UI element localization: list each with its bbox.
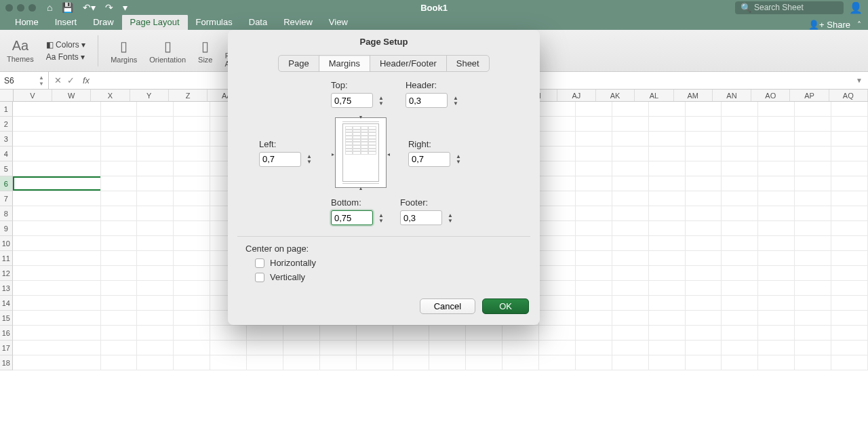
cell[interactable] xyxy=(576,355,612,370)
row-header[interactable]: 16 xyxy=(0,326,13,341)
cell[interactable] xyxy=(795,191,831,206)
cell[interactable] xyxy=(649,176,686,191)
home-icon[interactable]: ⌂ xyxy=(47,2,52,13)
cell[interactable] xyxy=(576,236,612,251)
cell[interactable] xyxy=(174,206,210,221)
cell[interactable] xyxy=(795,132,831,147)
footer-margin-input[interactable] xyxy=(400,210,442,225)
cell[interactable] xyxy=(722,251,758,266)
cell[interactable] xyxy=(612,147,649,161)
cancel-formula-icon[interactable]: ✕ xyxy=(54,75,62,85)
zoom-window-icon[interactable] xyxy=(28,4,36,12)
cell[interactable] xyxy=(576,161,612,176)
tab-home[interactable]: Home xyxy=(7,14,47,30)
cell[interactable] xyxy=(13,176,101,191)
cell[interactable] xyxy=(758,221,795,236)
cell[interactable] xyxy=(539,132,576,147)
cell[interactable] xyxy=(174,132,210,147)
column-header[interactable]: AM xyxy=(674,90,713,101)
cell[interactable] xyxy=(576,147,612,161)
cell[interactable] xyxy=(722,102,758,117)
cell[interactable] xyxy=(758,311,795,326)
cell[interactable] xyxy=(831,281,868,296)
header-margin-input[interactable] xyxy=(406,93,448,108)
cell[interactable] xyxy=(686,147,722,161)
cell[interactable] xyxy=(13,206,101,221)
row-header[interactable]: 3 xyxy=(0,132,13,147)
spin-up-icon[interactable]: ▲ xyxy=(452,96,460,100)
top-margin-input[interactable] xyxy=(331,93,373,108)
cell[interactable] xyxy=(612,341,649,355)
cell[interactable] xyxy=(576,251,612,266)
cell[interactable] xyxy=(576,281,612,296)
cell[interactable] xyxy=(174,147,210,161)
row-header[interactable]: 17 xyxy=(0,341,13,355)
cell[interactable] xyxy=(320,326,357,341)
row-header[interactable]: 7 xyxy=(0,191,13,206)
cell[interactable] xyxy=(539,117,576,132)
cell[interactable] xyxy=(795,311,831,326)
cell[interactable] xyxy=(649,117,686,132)
cell[interactable] xyxy=(722,161,758,176)
tab-page-layout[interactable]: Page Layout xyxy=(122,14,188,30)
cell[interactable] xyxy=(210,326,247,341)
cell[interactable] xyxy=(612,311,649,326)
right-margin-spinner[interactable]: ▲▼ xyxy=(408,152,462,167)
cell[interactable] xyxy=(174,117,210,132)
cell[interactable] xyxy=(174,341,210,355)
cell[interactable] xyxy=(13,147,101,161)
cell[interactable] xyxy=(649,341,686,355)
cell[interactable] xyxy=(722,355,758,370)
cell[interactable] xyxy=(466,341,502,355)
cell[interactable] xyxy=(686,191,722,206)
top-margin-spinner[interactable]: ▲▼ xyxy=(331,93,385,108)
cancel-button[interactable]: Cancel xyxy=(420,298,475,314)
cell[interactable] xyxy=(137,296,174,311)
cell[interactable] xyxy=(101,117,138,132)
column-header[interactable]: AK xyxy=(596,90,635,101)
cell[interactable] xyxy=(174,296,210,311)
cell[interactable] xyxy=(320,355,357,370)
column-header[interactable]: Y xyxy=(130,90,169,101)
cell[interactable] xyxy=(539,191,576,206)
cell[interactable] xyxy=(795,251,831,266)
cell[interactable] xyxy=(686,311,722,326)
cell[interactable] xyxy=(539,147,576,161)
cell[interactable] xyxy=(758,341,795,355)
cell[interactable] xyxy=(137,206,174,221)
cell[interactable] xyxy=(539,161,576,176)
cell[interactable] xyxy=(502,326,539,341)
cell[interactable] xyxy=(831,221,868,236)
cell[interactable] xyxy=(649,161,686,176)
cell[interactable] xyxy=(174,176,210,191)
cell[interactable] xyxy=(612,236,649,251)
cell[interactable] xyxy=(247,355,283,370)
cell[interactable] xyxy=(13,102,101,117)
spin-up-icon[interactable]: ▲ xyxy=(377,213,385,218)
spin-up-icon[interactable]: ▲ xyxy=(454,154,462,159)
dialog-tab-header-footer[interactable]: Header/Footer xyxy=(370,55,447,72)
cell[interactable] xyxy=(137,251,174,266)
cell[interactable] xyxy=(722,281,758,296)
cell[interactable] xyxy=(174,281,210,296)
cell[interactable] xyxy=(539,102,576,117)
cell[interactable] xyxy=(649,281,686,296)
cell[interactable] xyxy=(101,326,138,341)
cell[interactable] xyxy=(247,341,283,355)
cell[interactable] xyxy=(137,132,174,147)
cell[interactable] xyxy=(101,311,138,326)
cell[interactable] xyxy=(795,281,831,296)
cell[interactable] xyxy=(831,251,868,266)
cell[interactable] xyxy=(174,221,210,236)
fx-label[interactable]: fx xyxy=(83,75,90,85)
cell[interactable] xyxy=(101,341,138,355)
left-margin-input[interactable] xyxy=(259,152,301,167)
cell[interactable] xyxy=(393,341,430,355)
cell[interactable] xyxy=(649,132,686,147)
cell[interactable] xyxy=(539,296,576,311)
row-header[interactable]: 18 xyxy=(0,355,13,370)
cell[interactable] xyxy=(612,206,649,221)
cell[interactable] xyxy=(758,281,795,296)
row-header[interactable]: 6 xyxy=(0,176,13,191)
cell[interactable] xyxy=(101,102,138,117)
